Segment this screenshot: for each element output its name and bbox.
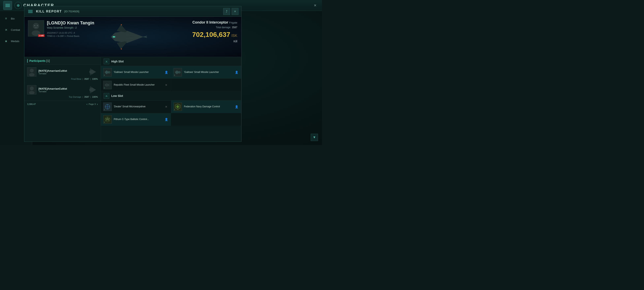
hero-left: 1 Kill [LGND]O Kwan Tangin Warp Scramble… — [24, 17, 109, 57]
slot-num: 1 — [174, 109, 175, 111]
slot-item: 1 'Dealer' Small Microwarpdrive ✕ — [101, 101, 171, 113]
high-slot-section: ⚔ High Slot 1 — [101, 57, 241, 91]
participant-avatar — [27, 85, 36, 94]
sidebar-medals-label: Medals — [11, 40, 19, 43]
high-slot-header: ⚔ High Slot — [101, 57, 241, 66]
svg-point-12 — [33, 23, 39, 29]
svg-point-31 — [109, 72, 110, 73]
svg-marker-20 — [90, 68, 92, 70]
modal-body: Participants [1] [MATE]AmarrianCul — [24, 57, 241, 142]
modal-title: KILL REPORT — [36, 10, 62, 13]
slot-item-name: Pithum C-Type Ballistic Control... — [114, 118, 162, 121]
menu-button[interactable] — [3, 1, 12, 10]
participant-avatar — [27, 67, 36, 77]
list-item: [MATE]AmarrianCultist Tornado Top Damage… — [24, 83, 100, 101]
slot-item-icon: 1 — [174, 103, 182, 111]
slot-item-name: 'Dealer' Small Microwarpdrive — [114, 105, 162, 108]
slot-cross-icon: ✕ — [164, 105, 168, 109]
participant-name: [MATE]AmarrianCultist — [38, 87, 67, 90]
participant-ship-icon — [88, 68, 98, 76]
modal-close-button[interactable]: × — [232, 8, 238, 15]
low-slot-title: Low Slot — [111, 94, 123, 98]
top-damage-label: Top Damage — [69, 96, 81, 98]
low-slot-grid: 1 'Dealer' Small Microwarpdrive ✕ — [101, 101, 241, 126]
modal-export-button[interactable]: ⤴ — [223, 8, 230, 15]
svg-rect-38 — [106, 83, 107, 87]
warp-scramble: Warp Scramble Strength: -2 — [47, 26, 94, 29]
participant-name: [MATE]AmarrianCultist — [38, 69, 67, 72]
participant-stats: Top Damage | 3587 | 100% — [27, 96, 98, 98]
list-item: [MATE]AmarrianCultist Tornado Final Blow… — [24, 65, 100, 83]
svg-point-39 — [109, 84, 110, 86]
slot-item-icon: 1 — [103, 81, 112, 89]
sidebar-medals-icon: ★ — [3, 38, 9, 44]
avatar-image — [28, 21, 44, 36]
sidebar-bio-label: Bio — [11, 17, 15, 20]
pilot-name: [LGND]O Kwan Tangin — [47, 20, 94, 26]
participants-header: Participants [1] — [24, 57, 100, 65]
page-label: Page 3 — [88, 103, 96, 105]
kill-hero: 1 Kill [LGND]O Kwan Tangin Warp Scramble… — [24, 17, 241, 57]
character-icon: ⊕ — [14, 2, 22, 9]
slot-num: 1 — [104, 87, 105, 89]
svg-point-24 — [29, 91, 34, 94]
filter-button[interactable]: ▼ — [311, 134, 318, 141]
svg-marker-26 — [90, 86, 92, 88]
svg-rect-34 — [176, 71, 178, 74]
damage-value: 3587 — [232, 26, 237, 29]
low-slot-section: ⚔ Low Slot — [101, 91, 241, 126]
final-blow-percent: 100% — [92, 78, 98, 80]
participant-ship-icon — [88, 86, 98, 93]
final-blow-damage: 3587 — [84, 78, 89, 80]
participant-stats: Final Blow | 3587 | 100% — [27, 78, 98, 80]
top-damage-value: 3587 — [84, 96, 89, 98]
svg-point-35 — [179, 72, 181, 73]
svg-point-15 — [37, 25, 38, 26]
participant-top: [MATE]AmarrianCultist Tornado — [27, 67, 98, 77]
modal-menu-button[interactable] — [27, 8, 34, 15]
damage-label: Total damage: — [216, 26, 231, 29]
svg-point-5 — [113, 37, 115, 38]
participants-title: Participants [1] — [30, 59, 50, 63]
isk-value: 702,106,637 — [192, 31, 230, 39]
kill-badge: 1 Kill — [38, 35, 44, 37]
next-page-button[interactable]: › — [97, 103, 98, 106]
modal-hamburger-icon — [28, 10, 32, 13]
slot-item-name: 'Gallows' Small Missile Launcher — [114, 71, 162, 74]
filter-icon: ▼ — [313, 136, 316, 139]
slot-item-name: Republic Fleet Small Missile Launcher — [114, 83, 162, 87]
slot-cross-icon: ✕ — [164, 83, 168, 87]
modal-actions: ⤴ × — [223, 8, 238, 15]
slot-person-icon: 👤 — [164, 70, 168, 75]
modal-title-id: [ID:7024926] — [64, 10, 79, 13]
high-slot-title: High Slot — [111, 60, 124, 63]
sidebar-combat-icon: ✕ — [3, 27, 9, 33]
sidebar-combat-label: Combat — [11, 28, 20, 32]
pagination: ‹ Page 3 › — [86, 103, 98, 106]
slot-item-empty — [171, 113, 241, 126]
high-slot-grid: 1 'Gallows' Small Missile Launcher 👤 — [101, 66, 241, 91]
kill-location: TPAR-G < N-39FI < Period Basis — [47, 35, 94, 37]
slot-item-icon: 1 — [174, 68, 182, 77]
participants-panel: Participants [1] [MATE]AmarrianCul — [24, 57, 101, 142]
slot-person-icon: 👤 — [234, 70, 239, 75]
participants-footer: 3,306.47 ‹ Page 3 › — [24, 101, 100, 107]
sidebar-bio-icon: ≡ — [3, 16, 9, 21]
svg-point-42 — [106, 106, 108, 108]
prev-page-button[interactable]: ‹ — [86, 103, 88, 106]
hero-right: Condor II Interceptor Frigate Total dama… — [188, 17, 241, 57]
slot-item-icon: 1 — [103, 115, 112, 124]
ship-class: Condor II Interceptor — [192, 20, 228, 24]
slot-item-icon: 1 — [103, 68, 112, 77]
svg-rect-30 — [106, 71, 107, 74]
slot-num: 1 — [104, 109, 105, 111]
slot-num: 1 — [104, 121, 105, 123]
app-close-button[interactable]: × — [312, 2, 319, 9]
low-slot-header: ⚔ Low Slot — [101, 91, 241, 101]
slot-item: 1 'Gallows' Small Missile Launcher 👤 — [171, 66, 241, 79]
hamburger-icon — [6, 4, 10, 7]
svg-point-18 — [29, 73, 34, 77]
participant-ship: Tornado — [38, 72, 67, 75]
header-accent — [27, 59, 28, 63]
participant-info: [MATE]AmarrianCultist Tornado — [38, 87, 67, 93]
